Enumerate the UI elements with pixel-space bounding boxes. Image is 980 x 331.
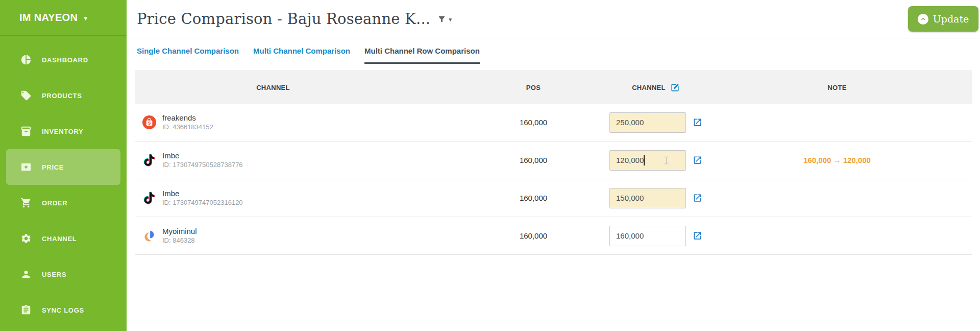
update-label: Update — [933, 13, 969, 25]
external-link-icon[interactable] — [693, 117, 702, 127]
account-name: IM NAYEON — [19, 12, 78, 23]
column-header-pos: POS — [487, 84, 579, 91]
channel-name: Imbe — [162, 188, 243, 198]
sidebar-item-sync-logs[interactable]: SYNC LOGS — [6, 292, 120, 328]
svg-text:S: S — [148, 121, 151, 126]
table-header-row: CHANNEL POS CHANNEL NOTE — [135, 70, 972, 104]
channel-id: ID: 846328 — [162, 236, 197, 245]
sidebar-item-users[interactable]: USERS — [6, 256, 120, 292]
channel-cell: Imbe ID: 1730749750528738776 — [135, 151, 487, 170]
svg-text:1: 1 — [26, 166, 27, 169]
sidebar-item-label: SYNC LOGS — [42, 306, 84, 314]
channel-price-input[interactable] — [609, 112, 686, 133]
channel-price-cell — [579, 112, 732, 133]
column-header-channel-price-label: CHANNEL — [632, 84, 666, 91]
channel-price-cell — [579, 226, 732, 246]
column-header-channel: CHANNEL — [135, 84, 487, 91]
filter-caret-icon: ▼ — [448, 15, 453, 22]
sidebar-item-label: CHANNEL — [42, 235, 77, 243]
table-row: Myoiminul ID: 846328 160,000 — [135, 217, 972, 255]
tiktok-icon — [142, 191, 156, 205]
tiktok-icon — [142, 153, 156, 167]
shopee-icon: S — [142, 115, 156, 129]
gear-icon — [20, 233, 32, 244]
caret-down-icon: ▼ — [83, 14, 88, 21]
channel-cell: Imbe ID: 1730749747052316120 — [135, 188, 487, 207]
pos-price: 160,000 — [487, 118, 579, 127]
price-comparison-table: CHANNEL POS CHANNEL NOTE S — [135, 70, 972, 255]
external-link-icon[interactable] — [693, 231, 702, 241]
channel-price-cell — [579, 150, 732, 171]
myoiminul-icon — [142, 229, 156, 243]
tab-single-channel-comparison[interactable]: Single Channel Comparison — [137, 38, 239, 64]
edit-icon[interactable] — [670, 83, 680, 92]
main-content: Price Comparison - Baju Roseanne K... ▼ … — [127, 0, 980, 331]
money-icon: 1 — [20, 161, 32, 173]
channel-price-input[interactable] — [609, 226, 686, 246]
channel-price-input[interactable] — [609, 150, 686, 171]
filter-button[interactable]: ▼ — [437, 15, 453, 23]
sidebar-item-label: ORDER — [42, 199, 67, 207]
sidebar-item-label: USERS — [42, 271, 66, 278]
sidebar-item-inventory[interactable]: INVENTORY — [6, 113, 120, 149]
sidebar-item-label: DASHBOARD — [42, 56, 88, 64]
price-change-note: 160,000 → 120,000 — [732, 156, 972, 164]
update-button[interactable]: Update — [908, 6, 978, 32]
sidebar-item-label: PRICE — [42, 163, 64, 171]
tab-bar: Single Channel ComparisonMulti Channel C… — [127, 38, 980, 64]
table-row: Imbe ID: 1730749747052316120 160,000 — [135, 179, 972, 217]
filter-icon — [437, 15, 446, 23]
dashboard-icon — [20, 54, 32, 65]
user-icon — [20, 269, 32, 280]
channel-name: freakends — [162, 113, 213, 123]
channel-id: ID: 1730749747052316120 — [162, 198, 243, 207]
tab-multi-channel-comparison[interactable]: Multi Channel Comparison — [253, 38, 350, 64]
cart-icon — [20, 197, 32, 208]
channel-cell: S freakends ID: 43661834152 — [135, 113, 487, 132]
pos-price: 160,000 — [487, 194, 579, 202]
app-root: IM NAYEON ▼ DASHBOARD PRODUCTS — [0, 0, 980, 331]
table-row: S freakends ID: 43661834152 160,000 — [135, 104, 972, 141]
text-caret — [644, 155, 645, 166]
channel-id: ID: 1730749750528738776 — [162, 160, 243, 170]
external-link-icon[interactable] — [693, 193, 702, 203]
sidebar-item-label: INVENTORY — [42, 128, 83, 135]
column-header-note: NOTE — [732, 84, 972, 91]
sidebar-item-price[interactable]: 1 PRICE — [6, 149, 120, 185]
channel-id: ID: 43661834152 — [162, 123, 213, 132]
table-row: Imbe ID: 1730749750528738776 160,000 160… — [135, 141, 972, 179]
channel-name: Imbe — [162, 151, 243, 160]
ibeam-cursor — [664, 156, 669, 167]
channel-price-cell — [579, 188, 732, 208]
pos-price: 160,000 — [487, 231, 579, 240]
sidebar-menu: DASHBOARD PRODUCTS INVENTORY — [0, 36, 127, 328]
inventory-icon — [20, 126, 32, 137]
column-header-channel-price: CHANNEL — [579, 83, 732, 92]
sidebar-item-channel[interactable]: CHANNEL — [6, 221, 120, 256]
sidebar: IM NAYEON ▼ DASHBOARD PRODUCTS — [0, 0, 127, 331]
page-header: Price Comparison - Baju Roseanne K... ▼ … — [127, 0, 980, 38]
chevron-up-icon — [918, 14, 928, 25]
pos-price: 160,000 — [487, 156, 579, 164]
page-title: Price Comparison - Baju Roseanne K... — [137, 10, 430, 28]
external-link-icon[interactable] — [693, 155, 702, 165]
tag-icon — [20, 90, 32, 101]
tab-multi-channel-row-comparison[interactable]: Multi Channel Row Comparison — [364, 38, 480, 64]
table-body: S freakends ID: 43661834152 160,000 — [135, 104, 972, 255]
account-menu[interactable]: IM NAYEON ▼ — [0, 0, 127, 36]
sidebar-item-label: PRODUCTS — [42, 92, 82, 100]
sidebar-item-order[interactable]: ORDER — [6, 185, 120, 221]
channel-price-input[interactable] — [609, 188, 686, 208]
clipboard-icon — [20, 304, 32, 316]
channel-cell: Myoiminul ID: 846328 — [135, 226, 487, 245]
channel-name: Myoiminul — [162, 226, 197, 236]
sidebar-item-products[interactable]: PRODUCTS — [6, 78, 120, 113]
sidebar-item-dashboard[interactable]: DASHBOARD — [6, 42, 120, 78]
